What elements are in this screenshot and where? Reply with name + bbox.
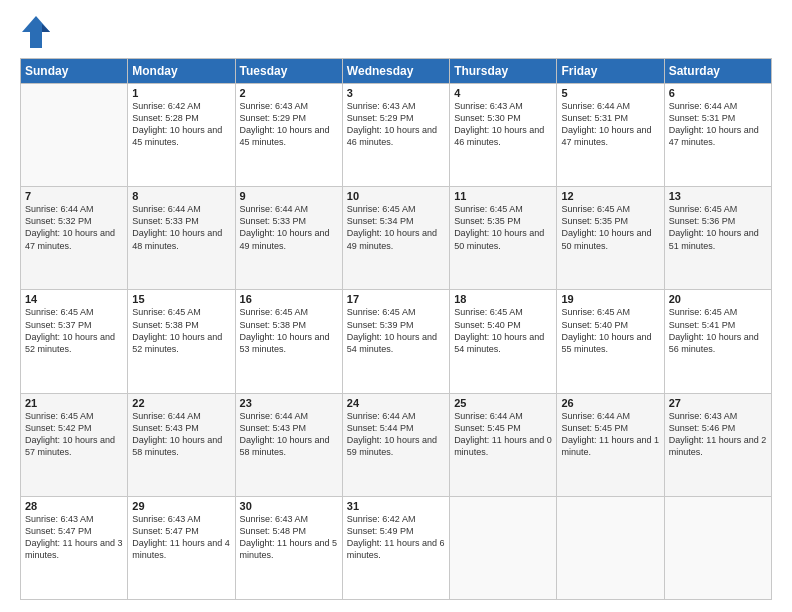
day-number: 2 — [240, 87, 338, 99]
calendar-cell: 9Sunrise: 6:44 AMSunset: 5:33 PMDaylight… — [235, 187, 342, 290]
calendar-cell: 30Sunrise: 6:43 AMSunset: 5:48 PMDayligh… — [235, 496, 342, 599]
calendar-cell: 8Sunrise: 6:44 AMSunset: 5:33 PMDaylight… — [128, 187, 235, 290]
cell-sun-info: Sunrise: 6:43 AMSunset: 5:29 PMDaylight:… — [347, 100, 445, 149]
calendar-cell: 28Sunrise: 6:43 AMSunset: 5:47 PMDayligh… — [21, 496, 128, 599]
cell-sun-info: Sunrise: 6:44 AMSunset: 5:33 PMDaylight:… — [240, 203, 338, 252]
calendar-cell: 13Sunrise: 6:45 AMSunset: 5:36 PMDayligh… — [664, 187, 771, 290]
calendar-cell: 14Sunrise: 6:45 AMSunset: 5:37 PMDayligh… — [21, 290, 128, 393]
day-number: 26 — [561, 397, 659, 409]
calendar-cell: 2Sunrise: 6:43 AMSunset: 5:29 PMDaylight… — [235, 84, 342, 187]
cell-sun-info: Sunrise: 6:45 AMSunset: 5:42 PMDaylight:… — [25, 410, 123, 459]
calendar-table: SundayMondayTuesdayWednesdayThursdayFrid… — [20, 58, 772, 600]
day-number: 10 — [347, 190, 445, 202]
week-row-2: 7Sunrise: 6:44 AMSunset: 5:32 PMDaylight… — [21, 187, 772, 290]
calendar-cell: 21Sunrise: 6:45 AMSunset: 5:42 PMDayligh… — [21, 393, 128, 496]
logo-text — [20, 16, 52, 48]
cell-sun-info: Sunrise: 6:44 AMSunset: 5:33 PMDaylight:… — [132, 203, 230, 252]
calendar-cell — [557, 496, 664, 599]
calendar-cell: 20Sunrise: 6:45 AMSunset: 5:41 PMDayligh… — [664, 290, 771, 393]
cell-sun-info: Sunrise: 6:45 AMSunset: 5:40 PMDaylight:… — [561, 306, 659, 355]
cell-sun-info: Sunrise: 6:45 AMSunset: 5:37 PMDaylight:… — [25, 306, 123, 355]
calendar-cell: 12Sunrise: 6:45 AMSunset: 5:35 PMDayligh… — [557, 187, 664, 290]
day-number: 8 — [132, 190, 230, 202]
cell-sun-info: Sunrise: 6:43 AMSunset: 5:30 PMDaylight:… — [454, 100, 552, 149]
day-number: 18 — [454, 293, 552, 305]
week-row-3: 14Sunrise: 6:45 AMSunset: 5:37 PMDayligh… — [21, 290, 772, 393]
day-number: 24 — [347, 397, 445, 409]
weekday-header-sunday: Sunday — [21, 59, 128, 84]
cell-sun-info: Sunrise: 6:42 AMSunset: 5:49 PMDaylight:… — [347, 513, 445, 562]
cell-sun-info: Sunrise: 6:44 AMSunset: 5:43 PMDaylight:… — [240, 410, 338, 459]
day-number: 7 — [25, 190, 123, 202]
day-number: 3 — [347, 87, 445, 99]
weekday-header-friday: Friday — [557, 59, 664, 84]
calendar-cell — [664, 496, 771, 599]
week-row-4: 21Sunrise: 6:45 AMSunset: 5:42 PMDayligh… — [21, 393, 772, 496]
week-row-1: 1Sunrise: 6:42 AMSunset: 5:28 PMDaylight… — [21, 84, 772, 187]
calendar-cell: 6Sunrise: 6:44 AMSunset: 5:31 PMDaylight… — [664, 84, 771, 187]
calendar-cell: 24Sunrise: 6:44 AMSunset: 5:44 PMDayligh… — [342, 393, 449, 496]
day-number: 15 — [132, 293, 230, 305]
calendar-cell — [21, 84, 128, 187]
cell-sun-info: Sunrise: 6:44 AMSunset: 5:45 PMDaylight:… — [454, 410, 552, 459]
day-number: 9 — [240, 190, 338, 202]
calendar-cell: 25Sunrise: 6:44 AMSunset: 5:45 PMDayligh… — [450, 393, 557, 496]
cell-sun-info: Sunrise: 6:43 AMSunset: 5:46 PMDaylight:… — [669, 410, 767, 459]
day-number: 17 — [347, 293, 445, 305]
cell-sun-info: Sunrise: 6:44 AMSunset: 5:32 PMDaylight:… — [25, 203, 123, 252]
calendar-cell: 17Sunrise: 6:45 AMSunset: 5:39 PMDayligh… — [342, 290, 449, 393]
calendar-cell: 7Sunrise: 6:44 AMSunset: 5:32 PMDaylight… — [21, 187, 128, 290]
calendar-cell: 29Sunrise: 6:43 AMSunset: 5:47 PMDayligh… — [128, 496, 235, 599]
day-number: 16 — [240, 293, 338, 305]
day-number: 14 — [25, 293, 123, 305]
cell-sun-info: Sunrise: 6:45 AMSunset: 5:41 PMDaylight:… — [669, 306, 767, 355]
cell-sun-info: Sunrise: 6:45 AMSunset: 5:35 PMDaylight:… — [561, 203, 659, 252]
cell-sun-info: Sunrise: 6:44 AMSunset: 5:31 PMDaylight:… — [669, 100, 767, 149]
cell-sun-info: Sunrise: 6:43 AMSunset: 5:47 PMDaylight:… — [25, 513, 123, 562]
cell-sun-info: Sunrise: 6:43 AMSunset: 5:48 PMDaylight:… — [240, 513, 338, 562]
weekday-header-monday: Monday — [128, 59, 235, 84]
weekday-header-row: SundayMondayTuesdayWednesdayThursdayFrid… — [21, 59, 772, 84]
cell-sun-info: Sunrise: 6:44 AMSunset: 5:44 PMDaylight:… — [347, 410, 445, 459]
calendar-cell: 1Sunrise: 6:42 AMSunset: 5:28 PMDaylight… — [128, 84, 235, 187]
cell-sun-info: Sunrise: 6:45 AMSunset: 5:38 PMDaylight:… — [240, 306, 338, 355]
cell-sun-info: Sunrise: 6:42 AMSunset: 5:28 PMDaylight:… — [132, 100, 230, 149]
day-number: 6 — [669, 87, 767, 99]
weekday-header-wednesday: Wednesday — [342, 59, 449, 84]
day-number: 12 — [561, 190, 659, 202]
day-number: 23 — [240, 397, 338, 409]
calendar-cell: 22Sunrise: 6:44 AMSunset: 5:43 PMDayligh… — [128, 393, 235, 496]
logo-area — [20, 16, 52, 48]
day-number: 13 — [669, 190, 767, 202]
cell-sun-info: Sunrise: 6:43 AMSunset: 5:29 PMDaylight:… — [240, 100, 338, 149]
calendar-cell: 15Sunrise: 6:45 AMSunset: 5:38 PMDayligh… — [128, 290, 235, 393]
cell-sun-info: Sunrise: 6:44 AMSunset: 5:43 PMDaylight:… — [132, 410, 230, 459]
svg-marker-1 — [42, 24, 50, 32]
weekday-header-tuesday: Tuesday — [235, 59, 342, 84]
day-number: 29 — [132, 500, 230, 512]
calendar-cell: 19Sunrise: 6:45 AMSunset: 5:40 PMDayligh… — [557, 290, 664, 393]
calendar-cell: 18Sunrise: 6:45 AMSunset: 5:40 PMDayligh… — [450, 290, 557, 393]
cell-sun-info: Sunrise: 6:45 AMSunset: 5:38 PMDaylight:… — [132, 306, 230, 355]
cell-sun-info: Sunrise: 6:45 AMSunset: 5:34 PMDaylight:… — [347, 203, 445, 252]
calendar-cell: 31Sunrise: 6:42 AMSunset: 5:49 PMDayligh… — [342, 496, 449, 599]
day-number: 28 — [25, 500, 123, 512]
calendar-cell: 11Sunrise: 6:45 AMSunset: 5:35 PMDayligh… — [450, 187, 557, 290]
day-number: 20 — [669, 293, 767, 305]
calendar-cell: 4Sunrise: 6:43 AMSunset: 5:30 PMDaylight… — [450, 84, 557, 187]
weekday-header-thursday: Thursday — [450, 59, 557, 84]
cell-sun-info: Sunrise: 6:45 AMSunset: 5:36 PMDaylight:… — [669, 203, 767, 252]
day-number: 30 — [240, 500, 338, 512]
cell-sun-info: Sunrise: 6:45 AMSunset: 5:35 PMDaylight:… — [454, 203, 552, 252]
day-number: 22 — [132, 397, 230, 409]
day-number: 4 — [454, 87, 552, 99]
day-number: 11 — [454, 190, 552, 202]
day-number: 1 — [132, 87, 230, 99]
day-number: 25 — [454, 397, 552, 409]
day-number: 19 — [561, 293, 659, 305]
cell-sun-info: Sunrise: 6:44 AMSunset: 5:45 PMDaylight:… — [561, 410, 659, 459]
cell-sun-info: Sunrise: 6:43 AMSunset: 5:47 PMDaylight:… — [132, 513, 230, 562]
day-number: 27 — [669, 397, 767, 409]
week-row-5: 28Sunrise: 6:43 AMSunset: 5:47 PMDayligh… — [21, 496, 772, 599]
calendar-cell: 27Sunrise: 6:43 AMSunset: 5:46 PMDayligh… — [664, 393, 771, 496]
